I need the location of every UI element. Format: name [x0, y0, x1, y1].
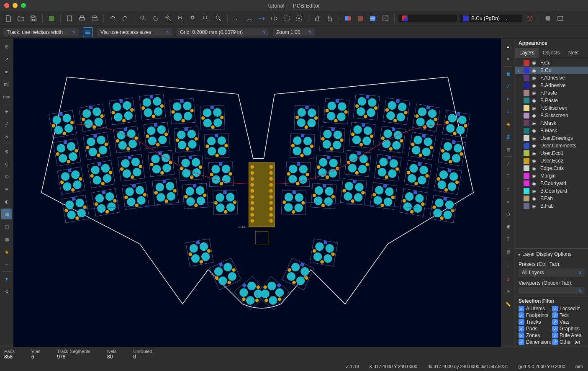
add-rule-area-icon[interactable]: ▧	[503, 144, 514, 155]
zoom-dropdown[interactable]: Zoom 1.00⇅	[273, 28, 315, 36]
layer-row-f-fab[interactable]: ▸◉F.Fab	[515, 195, 588, 202]
board-setup-icon[interactable]	[46, 13, 56, 23]
grid-dropdown[interactable]: Grid: 0.2000 mm (0.0079 in)⇅	[177, 28, 269, 36]
layer-row-f-mask[interactable]: ▸◉F.Mask	[515, 119, 588, 127]
footprint-wizard-icon[interactable]	[294, 13, 304, 23]
tab-objects[interactable]: Objects	[539, 48, 564, 58]
via-size-dropdown[interactable]: Via: use netclass sizes⇅	[97, 28, 172, 36]
print-icon[interactable]	[77, 13, 87, 23]
zone-fill-icon[interactable]: ▩	[1, 234, 12, 245]
eye-icon[interactable]: ◉	[532, 90, 538, 96]
units-in-icon[interactable]: in	[1, 66, 12, 77]
layer-row-user-comments[interactable]: ▸◉User.Comments	[515, 142, 588, 149]
layer-display-options[interactable]: Layer Display Options	[515, 248, 588, 260]
layer-row-b-adhesive[interactable]: ▸◉B.Adhesive	[515, 82, 588, 89]
layers-list[interactable]: ▸◉F.Cu▸◉B.Cu▸◉F.Adhesive▸◉B.Adhesive▸◉F.…	[515, 58, 588, 248]
plot-icon[interactable]	[90, 13, 100, 23]
auto-track-width-icon[interactable]	[83, 27, 93, 37]
maximize-window-button[interactable]	[21, 3, 26, 8]
polar-coords-icon[interactable]: ↗	[1, 54, 12, 64]
measure-icon[interactable]: 📏	[503, 299, 514, 309]
eye-icon[interactable]: ◉	[532, 151, 538, 156]
draw-rect-icon[interactable]: ▭	[503, 183, 514, 194]
layer-row-b-mask[interactable]: ▸◉B.Mask	[515, 127, 588, 134]
schematic-editor-icon[interactable]	[355, 13, 365, 23]
eye-icon[interactable]: ◉	[532, 173, 538, 179]
delete-icon[interactable]: ⊗	[503, 273, 514, 284]
rotate-cw-icon[interactable]	[244, 13, 254, 23]
filter-tracks[interactable]: ✓Tracks	[519, 319, 551, 325]
viewports-dropdown[interactable]: ⇅	[519, 287, 585, 294]
zoom-selection-icon[interactable]	[213, 13, 223, 23]
net-color-icon[interactable]: ◉	[1, 246, 12, 257]
layer-row-f-silkscreen[interactable]: ▸◉F.Silkscreen	[515, 104, 588, 112]
grid-icon[interactable]: ⊞	[1, 41, 12, 52]
tab-layers[interactable]: Layers	[515, 48, 539, 58]
draw-circle-icon[interactable]: ○	[503, 196, 514, 207]
mirror-icon[interactable]	[269, 13, 279, 23]
rotate-ccw-icon[interactable]	[231, 13, 241, 23]
eye-icon[interactable]: ◉	[532, 68, 538, 73]
lock-icon[interactable]	[312, 13, 322, 23]
highlight-net-icon[interactable]: ✕	[503, 54, 514, 64]
track-width-dropdown[interactable]: Track: use netclass width⇅	[3, 28, 79, 36]
eye-icon[interactable]: ◉	[532, 136, 538, 141]
add-textbox-icon[interactable]: ▤	[503, 246, 514, 257]
via-outline-icon[interactable]: ⬡	[1, 171, 12, 182]
eye-icon[interactable]: ◉	[532, 60, 538, 66]
zoom-objects-icon[interactable]	[201, 13, 211, 23]
zone-outline-icon[interactable]: ⬚	[1, 221, 12, 232]
filter-rule-area[interactable]: ✓Rule Area	[552, 332, 585, 338]
eye-icon[interactable]: ◉	[532, 143, 538, 149]
layer-pair-indicator[interactable]	[398, 15, 457, 22]
presets-dropdown[interactable]: All Layers⇅	[519, 268, 585, 277]
close-window-button[interactable]	[4, 3, 9, 8]
constraint-icon[interactable]: ⊹	[1, 259, 12, 270]
unlock-icon[interactable]	[325, 13, 335, 23]
redo-icon[interactable]	[120, 13, 130, 23]
find-icon[interactable]	[138, 13, 148, 23]
route-diff-pair-icon[interactable]: ≈	[503, 93, 514, 104]
filter-other-iter[interactable]: ✓Other iter	[552, 339, 585, 345]
zoom-in-icon[interactable]	[163, 13, 173, 23]
layer-row-b-fab[interactable]: ▸◉B.Fab	[515, 202, 588, 210]
contrast-icon[interactable]: ◐	[1, 196, 12, 207]
eye-icon[interactable]: ◉	[532, 128, 538, 134]
new-file-icon[interactable]	[3, 13, 13, 23]
layer-row-margin[interactable]: ▸◉Margin	[515, 172, 588, 180]
page-settings-icon[interactable]	[64, 13, 74, 23]
eye-icon[interactable]: ◉	[532, 204, 538, 209]
scripting-console-icon[interactable]	[555, 13, 565, 23]
add-via-icon[interactable]: ◉	[503, 119, 514, 129]
plugin-icon[interactable]	[543, 13, 553, 23]
outline-mode-icon[interactable]: ⊘	[1, 146, 12, 157]
net-inspector-icon[interactable]: NET	[368, 13, 378, 23]
layer-row-b-courtyard[interactable]: ▸◉B.Courtyard	[515, 187, 588, 195]
cursor-shape-icon[interactable]: ✛	[1, 106, 12, 117]
eye-icon[interactable]: ◉	[532, 181, 538, 186]
eye-icon[interactable]: ◉	[532, 75, 538, 81]
filter-text[interactable]: ✓Text	[552, 312, 585, 318]
eye-icon[interactable]: ◉	[532, 113, 538, 119]
filter-footprints[interactable]: ✓Footprints	[519, 312, 551, 318]
layers-visibility-icon[interactable]: ▼	[1, 273, 12, 284]
zoom-fit-icon[interactable]	[188, 13, 198, 23]
draw-poly-icon[interactable]: ⬠	[503, 209, 514, 219]
layer-row-edge-cuts[interactable]: ▸◉Edge.Cuts	[515, 165, 588, 172]
tab-nets[interactable]: Nets	[564, 48, 583, 58]
layer-row-b-silkscreen[interactable]: ▸◉B.Silkscreen	[515, 112, 588, 119]
tune-length-icon[interactable]: ∿	[503, 106, 514, 117]
eye-icon[interactable]: ◉	[532, 166, 538, 171]
flip-h-icon[interactable]	[257, 13, 267, 23]
update-from-schematic-icon[interactable]	[343, 13, 353, 23]
pad-outline-icon[interactable]: ⊙	[1, 158, 12, 169]
layer-row-f-adhesive[interactable]: ▸◉F.Adhesive	[515, 74, 588, 82]
layer-row-f-courtyard[interactable]: ▸◉F.Courtyard	[515, 180, 588, 187]
add-dimension-icon[interactable]: ↔	[503, 261, 514, 272]
filter-all-items[interactable]: ✓All items	[519, 306, 551, 312]
layer-row-b-paste[interactable]: ▸◉B.Paste	[515, 97, 588, 104]
eye-icon[interactable]: ◉	[532, 188, 538, 194]
layer-row-f-cu[interactable]: ▸◉F.Cu	[515, 59, 588, 67]
layer-row-user-drawings[interactable]: ▸◉User.Drawings	[515, 134, 588, 142]
settings-icon[interactable]: ⚙	[1, 286, 12, 297]
